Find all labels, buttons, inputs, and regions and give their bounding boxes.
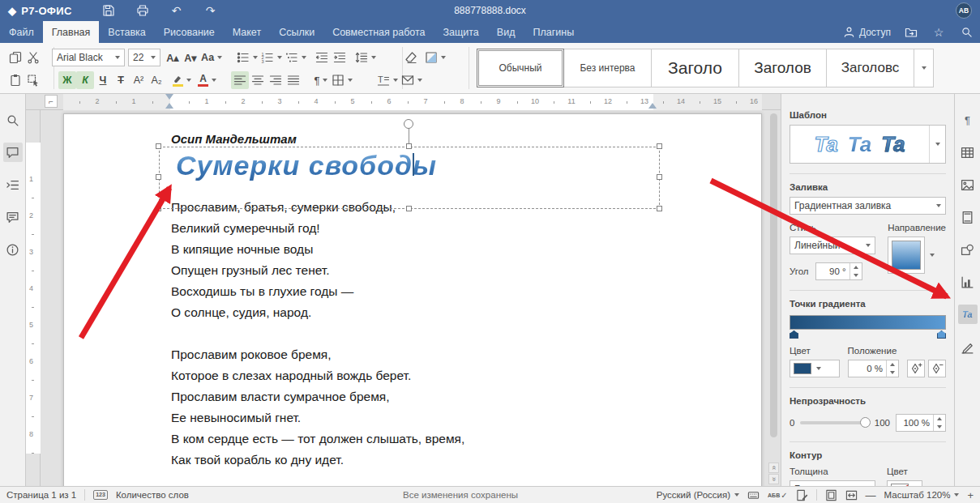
font-name-input[interactable]: Arial Black — [52, 49, 125, 66]
template-gallery[interactable]: Ta Ta Ta — [790, 125, 946, 164]
sidebar-navigation-icon[interactable] — [3, 175, 23, 194]
add-gradient-point-button[interactable] — [907, 360, 925, 377]
nonprinting-characters-button[interactable]: ¶ — [312, 71, 330, 89]
tab-file[interactable]: Файл — [0, 21, 43, 43]
bullet-list-button[interactable] — [235, 49, 259, 66]
position-spinner[interactable]: 0 % — [848, 360, 899, 377]
align-center-button[interactable] — [249, 71, 267, 89]
fill-type-select[interactable]: Градиентная заливка — [790, 197, 946, 215]
headerfooter-settings-icon[interactable] — [958, 207, 978, 227]
horizontal-ruler[interactable]: 1234567891011121314151621 — [26, 94, 781, 110]
increase-indent-button[interactable] — [331, 49, 349, 66]
sidebar-comments-icon[interactable] — [3, 143, 23, 162]
author-line[interactable]: Осип Мандельштам — [171, 132, 297, 146]
paste-button[interactable] — [6, 71, 24, 89]
word-count-label[interactable]: Количество слов — [116, 490, 189, 500]
style-heading1[interactable]: Заголо — [652, 49, 739, 87]
font-color-button[interactable]: А — [196, 71, 218, 89]
template-sample-fill-outline[interactable]: Ta — [881, 134, 905, 155]
poem-stanza-2[interactable]: Прославим роковое бремя, Которое в слеза… — [171, 344, 464, 471]
copy-button[interactable] — [6, 49, 24, 66]
style-no-spacing[interactable]: Без интерва — [564, 49, 652, 87]
angle-spinner[interactable]: 90 ° — [815, 262, 862, 280]
sidebar-search-icon[interactable] — [3, 110, 23, 130]
font-size-input[interactable]: 22 — [128, 49, 160, 66]
numbered-list-button[interactable]: 123 — [259, 49, 284, 66]
selection-handle-e[interactable] — [657, 174, 662, 180]
opacity-slider-knob[interactable] — [860, 417, 871, 428]
open-file-location-icon[interactable] — [904, 25, 918, 40]
print-icon[interactable] — [135, 3, 150, 18]
zoom-in-button[interactable]: + — [967, 490, 974, 501]
tab-plugins[interactable]: Плагины — [524, 21, 583, 43]
gradient-color-button[interactable] — [790, 360, 840, 377]
selection-handle-sw[interactable] — [156, 206, 161, 211]
image-settings-icon[interactable] — [958, 175, 978, 194]
vertical-ruler[interactable]: 12345678 — [26, 110, 41, 486]
poem-stanza-1[interactable]: Прославим, братья, сумерки свободы, Вели… — [171, 197, 396, 323]
tab-stop-selector[interactable]: ⌐ — [45, 95, 58, 108]
bold-button[interactable]: Ж — [58, 71, 76, 89]
drop-cap-button[interactable]: Т — [375, 71, 400, 89]
template-sample-fill[interactable]: Ta — [848, 134, 871, 155]
document-canvas[interactable]: 1234567891011121314151621 ⌐ 12345678 Оси… — [26, 94, 781, 486]
mail-merge-button[interactable] — [400, 71, 424, 89]
increase-font-button[interactable]: А▴ — [164, 49, 182, 66]
angle-up-button[interactable] — [850, 263, 862, 271]
selection-handle-w[interactable] — [156, 174, 161, 180]
redo-icon[interactable]: ↷ — [203, 3, 218, 18]
tab-home[interactable]: Главная — [43, 21, 100, 43]
select-all-button[interactable] — [24, 71, 42, 89]
textart-selection-box[interactable] — [159, 147, 660, 209]
selection-handle-se[interactable] — [657, 206, 662, 211]
line-spacing-button[interactable] — [353, 49, 378, 66]
vertical-scrollbar[interactable] — [768, 96, 779, 462]
paragraph-settings-icon[interactable]: ¶ — [958, 110, 978, 130]
spellcheck-icon[interactable]: АБВ✓ — [768, 491, 788, 500]
table-settings-icon[interactable] — [958, 143, 978, 162]
italic-button[interactable]: К — [76, 71, 94, 89]
cut-button[interactable] — [24, 49, 42, 66]
selection-handle-s[interactable] — [406, 206, 412, 211]
direction-preview-button[interactable] — [888, 237, 925, 274]
zoom-selector[interactable]: Масштаб 120% — [884, 490, 960, 500]
style-normal[interactable]: Обычный — [477, 49, 564, 87]
page-indicator[interactable]: Страница 1 из 1 — [6, 490, 76, 500]
tab-protection[interactable]: Защита — [434, 21, 488, 43]
shape-settings-icon[interactable] — [958, 240, 978, 259]
sidebar-about-icon[interactable] — [3, 240, 23, 259]
highlight-color-button[interactable] — [170, 71, 193, 89]
next-page-button[interactable]: » — [768, 474, 779, 484]
paragraph-shading-button[interactable] — [423, 49, 447, 66]
textart-settings-icon[interactable]: Ta — [958, 305, 978, 324]
left-indent-marker[interactable] — [165, 103, 173, 109]
direction-expand-chevron[interactable] — [930, 254, 935, 257]
signature-settings-icon[interactable] — [958, 337, 978, 356]
align-right-button[interactable] — [267, 71, 285, 89]
tab-layout[interactable]: Макет — [224, 21, 270, 43]
right-indent-marker[interactable] — [648, 103, 657, 109]
angle-down-button[interactable] — [850, 271, 862, 279]
tab-references[interactable]: Ссылки — [270, 21, 323, 43]
tab-insert[interactable]: Вставка — [99, 21, 154, 43]
opacity-spinner[interactable]: 100 % — [896, 414, 946, 432]
style-heading3[interactable]: Заголовс — [827, 49, 914, 87]
share-access-button[interactable]: Доступ — [843, 26, 891, 38]
previous-page-button[interactable]: « — [768, 463, 779, 473]
opacity-up-button[interactable] — [934, 415, 945, 423]
strikethrough-button[interactable]: Т — [112, 71, 130, 89]
remove-gradient-point-button[interactable] — [928, 360, 946, 377]
selection-handle-ne[interactable] — [657, 143, 662, 149]
tab-collaboration[interactable]: Совместная работа — [323, 21, 434, 43]
decrease-indent-button[interactable] — [313, 49, 331, 66]
avatar[interactable]: АВ — [956, 2, 972, 19]
rotation-handle[interactable] — [404, 119, 413, 129]
language-selector[interactable]: Русский (Россия) — [657, 490, 739, 500]
subscript-button[interactable]: А₂ — [148, 71, 165, 89]
keyboard-input-icon[interactable] — [747, 489, 760, 501]
selection-handle-nw[interactable] — [156, 143, 161, 149]
tab-view[interactable]: Вид — [488, 21, 524, 43]
scrollbar-thumb[interactable] — [770, 113, 777, 437]
first-line-indent-marker[interactable] — [165, 94, 173, 100]
multilevel-list-button[interactable] — [284, 49, 308, 66]
